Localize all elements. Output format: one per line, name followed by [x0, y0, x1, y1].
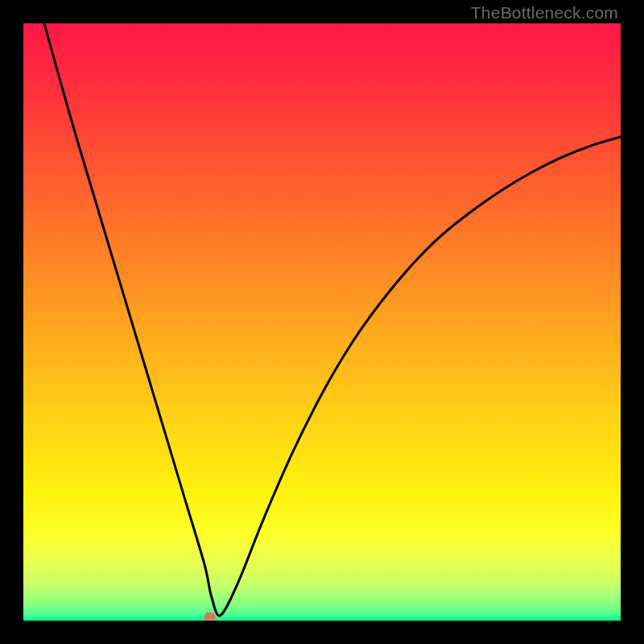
svg-point-1: [204, 612, 216, 621]
plot-area: [23, 23, 621, 621]
bottleneck-curve: [23, 23, 621, 621]
watermark-text: TheBottleneck.com: [471, 3, 618, 23]
chart-frame: TheBottleneck.com: [0, 0, 644, 644]
